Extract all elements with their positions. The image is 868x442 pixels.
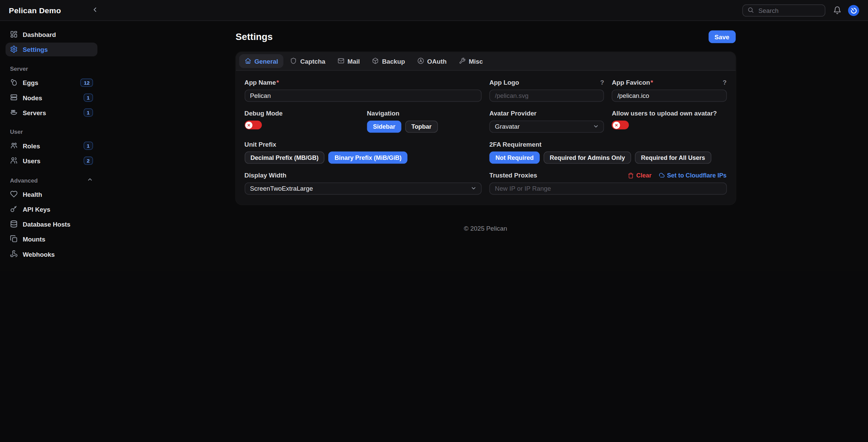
display-width-select[interactable]: ScreenTwoExtraLarge	[244, 183, 482, 195]
set-cloudflare-action[interactable]: Set to Cloudflare IPs	[658, 172, 727, 179]
tab-oauth[interactable]: OAuth	[412, 54, 452, 68]
app-logo-input[interactable]	[489, 89, 604, 102]
chevron-down-icon	[593, 123, 599, 130]
sidebar-item-mounts[interactable]: Mounts	[5, 232, 97, 246]
notifications-button[interactable]	[833, 6, 841, 14]
tab-general[interactable]: General	[239, 54, 283, 68]
sidebar-item-label: Servers	[23, 109, 46, 116]
sidebar-item-label: Dashboard	[23, 31, 56, 38]
brand-title: Pelican Demo	[9, 6, 61, 15]
field-navigation: Navigation Sidebar Topbar	[367, 109, 481, 133]
heart-icon	[10, 190, 18, 199]
user-avatar[interactable]	[848, 5, 859, 16]
sidebar-group-server: Server	[10, 65, 93, 72]
help-icon[interactable]: ?	[600, 79, 604, 86]
count-badge: 1	[83, 108, 93, 117]
sidebar-item-settings[interactable]: Settings	[5, 43, 97, 57]
trusted-proxies-input[interactable]	[489, 183, 727, 195]
topbar-left: Pelican Demo	[0, 4, 103, 16]
sidebar-group-advanced[interactable]: Advanced	[10, 176, 93, 184]
sidebar-collapse-button[interactable]	[90, 4, 100, 16]
trash-icon	[628, 172, 634, 178]
2fa-option-admins-only[interactable]: Required for Admins Only	[544, 151, 631, 164]
sidebar-item-database-hosts[interactable]: Database Hosts	[5, 217, 97, 231]
count-badge: 12	[80, 79, 93, 87]
sidebar: Dashboard Settings Server Eggs 12	[0, 21, 103, 271]
database-icon	[10, 220, 18, 229]
sidebar-item-label: Database Hosts	[23, 221, 71, 228]
field-app-logo: App Logo ?	[489, 79, 604, 102]
key-icon	[10, 205, 18, 214]
2fa-option-all-users[interactable]: Required for All Users	[635, 151, 711, 164]
field-avatar-provider: Avatar Provider Gravatar	[489, 109, 604, 133]
clear-action[interactable]: Clear	[628, 172, 651, 179]
navigation-label: Navigation	[367, 110, 399, 117]
app-favicon-label: App Favicon*	[612, 79, 653, 86]
trusted-proxies-label: Trusted Proxies	[489, 172, 537, 179]
footer-copyright: © 2025 Pelican	[236, 225, 735, 232]
sidebar-item-nodes[interactable]: Nodes 1	[5, 91, 97, 105]
shield-icon	[290, 57, 297, 65]
unit-prefix-label: Unit Prefix	[244, 141, 276, 148]
sidebar-item-webhooks[interactable]: Webhooks	[5, 247, 97, 261]
sidebar-item-label: Eggs	[23, 79, 38, 86]
sidebar-item-label: Roles	[23, 142, 40, 149]
copy-icon	[10, 235, 18, 244]
chevron-up-icon	[87, 176, 93, 184]
sidebar-item-health[interactable]: Health	[5, 187, 97, 201]
tab-backup[interactable]: Backup	[367, 54, 411, 68]
sidebar-item-label: Health	[23, 191, 42, 198]
avatar-provider-select[interactable]: Gravatar	[489, 121, 604, 133]
2fa-option-not-required[interactable]: Not Required	[489, 151, 540, 164]
sidebar-item-label: Webhooks	[23, 251, 55, 257]
package-icon	[372, 57, 379, 65]
app-name-label: App Name*	[244, 79, 279, 86]
tab-captcha[interactable]: Captcha	[285, 54, 331, 68]
field-trusted-proxies: Trusted Proxies Clear Set to Cloudflare …	[489, 171, 727, 195]
wrench-icon	[459, 57, 466, 65]
search-icon	[747, 5, 754, 15]
home-icon	[244, 57, 251, 65]
dashboard-icon	[10, 30, 18, 39]
chevron-down-icon	[471, 185, 477, 192]
sidebar-item-eggs[interactable]: Eggs 12	[5, 76, 97, 90]
field-allow-avatar-upload: Allow users to upload own avatar?	[612, 109, 726, 133]
help-icon[interactable]: ?	[723, 79, 726, 86]
field-app-name: App Name*	[244, 79, 482, 102]
sidebar-item-api-keys[interactable]: API Keys	[5, 203, 97, 216]
sidebar-item-label: Settings	[23, 46, 48, 53]
count-badge: 1	[83, 142, 93, 150]
unit-prefix-option-binary[interactable]: Binary Prefix (MiB/GiB)	[329, 151, 408, 164]
navigation-option-topbar[interactable]: Topbar	[405, 121, 437, 133]
field-debug-mode: Debug Mode	[244, 109, 359, 133]
app-logo-label: App Logo	[489, 79, 519, 86]
tab-misc[interactable]: Misc	[453, 54, 489, 68]
search-box[interactable]	[742, 4, 825, 16]
count-badge: 2	[83, 156, 93, 165]
allow-avatar-upload-toggle[interactable]	[612, 121, 629, 129]
app-favicon-input[interactable]	[612, 89, 726, 102]
general-settings-form: App Name* App Logo ?	[236, 71, 735, 205]
navigation-option-sidebar[interactable]: Sidebar	[367, 121, 401, 133]
allow-avatar-upload-label: Allow users to upload own avatar?	[612, 110, 717, 117]
display-width-label: Display Width	[244, 172, 287, 179]
required-asterisk: *	[276, 79, 279, 86]
sidebar-item-users[interactable]: Users 2	[5, 154, 97, 168]
required-asterisk: *	[651, 79, 653, 86]
search-input[interactable]	[757, 6, 820, 14]
save-button[interactable]: Save	[708, 30, 735, 43]
unit-prefix-option-decimal[interactable]: Decimal Prefix (MB/GB)	[244, 151, 325, 164]
sidebar-item-servers[interactable]: Servers 1	[5, 106, 97, 120]
debug-mode-toggle[interactable]	[244, 121, 262, 129]
sidebar-item-dashboard[interactable]: Dashboard	[5, 28, 97, 42]
chevron-left-icon	[91, 5, 98, 15]
tab-mail[interactable]: Mail	[332, 54, 366, 68]
eggs-icon	[10, 78, 18, 87]
avatar-provider-label: Avatar Provider	[489, 110, 536, 117]
field-display-width: Display Width ScreenTwoExtraLarge	[244, 171, 482, 195]
sidebar-item-label: Nodes	[23, 94, 42, 101]
power-logo-icon	[849, 5, 859, 15]
app-name-input[interactable]	[244, 89, 482, 102]
sidebar-item-roles[interactable]: Roles 1	[5, 139, 97, 153]
2fa-requirement-label: 2FA Requirement	[489, 141, 541, 148]
